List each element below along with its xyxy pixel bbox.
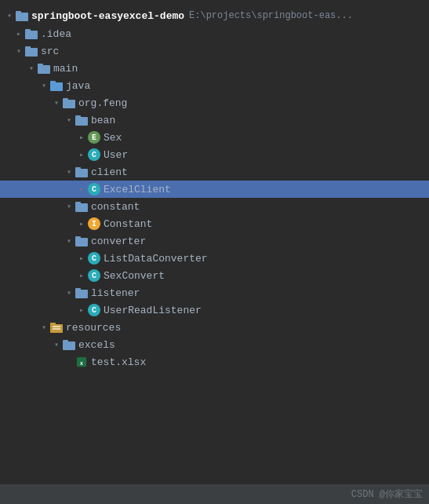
excels-folder[interactable]: excels bbox=[0, 336, 429, 353]
constant-class[interactable]: I Constant bbox=[0, 215, 429, 232]
bean-label: bean bbox=[91, 115, 115, 126]
user-class[interactable]: C User bbox=[0, 146, 429, 163]
src-label: src bbox=[41, 46, 59, 57]
sex-badge: E bbox=[88, 131, 100, 144]
client-folder[interactable]: client bbox=[0, 163, 429, 181]
user-arrow bbox=[75, 150, 88, 159]
svg-rect-17 bbox=[75, 202, 81, 205]
sex-convert-class[interactable]: C SexConvert bbox=[0, 267, 429, 284]
converter-folder[interactable]: converter bbox=[0, 232, 429, 250]
bean-folder[interactable]: bean bbox=[0, 111, 429, 129]
xlsx-label: test.xlsx bbox=[91, 356, 146, 368]
project-arrow bbox=[3, 11, 16, 20]
svg-rect-9 bbox=[50, 81, 56, 84]
svg-rect-11 bbox=[63, 98, 68, 101]
listener-arrow bbox=[63, 288, 75, 298]
svg-rect-5 bbox=[25, 46, 31, 49]
file-tree: springboot-easyexcel-demo E:\projects\sp… bbox=[0, 0, 429, 377]
idea-folder[interactable]: .idea bbox=[0, 25, 429, 42]
svg-rect-27 bbox=[63, 340, 68, 343]
url-arrow bbox=[75, 305, 88, 315]
main-label: main bbox=[53, 63, 78, 75]
svg-rect-19 bbox=[75, 236, 81, 239]
excel-client-label: ExcelClient bbox=[104, 184, 171, 195]
excel-client-arrow bbox=[75, 184, 88, 194]
src-folder-icon bbox=[25, 46, 38, 57]
main-arrow bbox=[25, 64, 38, 73]
user-read-listener-class[interactable]: C UserReadListener bbox=[0, 301, 429, 319]
main-folder-icon bbox=[38, 63, 50, 74]
excels-folder-icon bbox=[63, 339, 75, 350]
src-folder[interactable]: src bbox=[0, 42, 429, 60]
excel-client-badge: C bbox=[88, 183, 100, 195]
excels-label: excels bbox=[78, 339, 115, 351]
project-name: springboot-easyexcel-demo bbox=[31, 10, 184, 22]
constant-class-arrow bbox=[75, 219, 88, 228]
excel-client-class[interactable]: C ExcelClient bbox=[0, 181, 429, 198]
sex-convert-arrow bbox=[75, 271, 88, 280]
resources-folder-icon bbox=[50, 322, 63, 333]
idea-arrow bbox=[13, 29, 25, 38]
list-data-converter-class[interactable]: C ListDataConverter bbox=[0, 250, 429, 267]
main-folder[interactable]: main bbox=[0, 60, 429, 77]
java-folder-icon bbox=[50, 80, 63, 91]
sex-label: Sex bbox=[104, 132, 122, 144]
client-arrow bbox=[63, 167, 75, 177]
bottom-bar: CSDN @你家宝宝 bbox=[0, 484, 429, 504]
list-dc-arrow bbox=[75, 254, 88, 263]
sex-convert-label: SexConvert bbox=[104, 270, 165, 282]
user-badge: C bbox=[88, 148, 100, 161]
xlsx-file-icon: x bbox=[75, 356, 88, 367]
svg-rect-21 bbox=[75, 288, 81, 291]
idea-folder-icon bbox=[25, 28, 38, 39]
bean-folder-icon bbox=[75, 115, 88, 126]
sex-arrow bbox=[75, 133, 88, 142]
svg-rect-7 bbox=[38, 64, 43, 67]
bean-arrow bbox=[63, 115, 75, 125]
project-path: E:\projects\springboot-eas... bbox=[189, 10, 353, 21]
listener-label: listener bbox=[91, 287, 140, 299]
list-dc-badge: C bbox=[88, 252, 100, 265]
constant-folder-arrow bbox=[63, 202, 75, 211]
url-label: UserReadListener bbox=[104, 305, 202, 316]
listener-folder[interactable]: listener bbox=[0, 284, 429, 301]
bottom-bar-label: CSDN @你家宝宝 bbox=[351, 488, 423, 501]
test-xlsx-file[interactable]: x test.xlsx bbox=[0, 353, 429, 371]
src-arrow bbox=[13, 46, 25, 56]
resources-label: resources bbox=[66, 322, 121, 334]
resources-folder[interactable]: resources bbox=[0, 319, 429, 336]
converter-folder-icon bbox=[75, 236, 88, 247]
org-feng-label: org.feng bbox=[78, 97, 127, 109]
constant-folder-label: constant bbox=[91, 201, 140, 213]
java-folder[interactable]: java bbox=[0, 77, 429, 94]
org-feng-icon bbox=[63, 97, 75, 108]
constant-folder-icon bbox=[75, 201, 88, 212]
converter-label: converter bbox=[91, 236, 146, 247]
client-label: client bbox=[91, 166, 128, 178]
java-arrow bbox=[38, 81, 50, 90]
project-folder-icon bbox=[16, 10, 28, 21]
svg-rect-1 bbox=[16, 11, 21, 14]
constant-label: Constant bbox=[104, 218, 152, 230]
resources-arrow bbox=[38, 323, 50, 332]
org-feng-folder[interactable]: org.feng bbox=[0, 94, 429, 111]
svg-rect-13 bbox=[75, 115, 81, 119]
excels-arrow bbox=[50, 340, 63, 349]
idea-label: .idea bbox=[41, 28, 71, 40]
constant-badge: I bbox=[88, 217, 100, 230]
client-folder-icon bbox=[75, 166, 88, 177]
project-root[interactable]: springboot-easyexcel-demo E:\projects\sp… bbox=[0, 6, 429, 25]
listener-folder-icon bbox=[75, 287, 88, 298]
url-badge: C bbox=[88, 304, 100, 316]
sex-convert-badge: C bbox=[88, 269, 100, 282]
svg-rect-3 bbox=[25, 29, 31, 32]
svg-rect-23 bbox=[50, 323, 56, 326]
java-label: java bbox=[66, 80, 90, 92]
converter-arrow bbox=[63, 236, 75, 246]
user-label: User bbox=[104, 149, 128, 161]
svg-rect-15 bbox=[75, 167, 81, 170]
sex-class[interactable]: E Sex bbox=[0, 129, 429, 146]
svg-text:x: x bbox=[80, 360, 83, 366]
list-dc-label: ListDataConverter bbox=[104, 253, 208, 265]
constant-folder[interactable]: constant bbox=[0, 198, 429, 215]
